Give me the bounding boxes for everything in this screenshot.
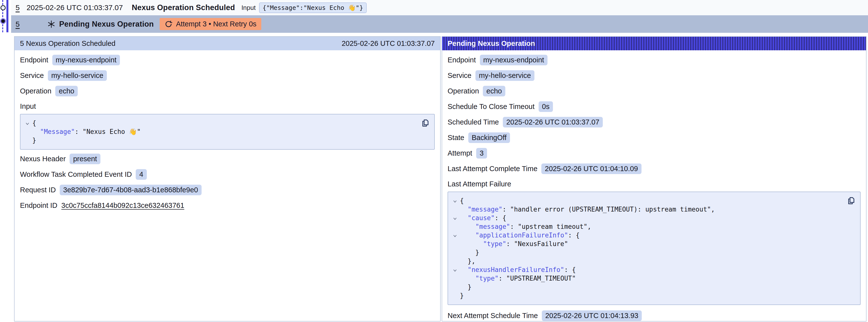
code-gutter	[450, 274, 460, 283]
event-title: Nexus Operation Scheduled	[132, 3, 235, 12]
code-line-text: "message": "upstream timeout",	[460, 222, 591, 231]
field-endpoint: Endpoint my-nexus-endpoint	[447, 52, 861, 68]
collapse-chevron-icon[interactable]	[452, 216, 458, 221]
timeout-badge: 0s	[538, 101, 553, 112]
field-endpoint: Endpoint my-nexus-endpoint	[20, 52, 435, 68]
collapse-chevron-icon[interactable]	[25, 121, 30, 127]
pending-id-link[interactable]: 5	[16, 20, 20, 28]
failure-code-block: { "message": "handler error (UPSTREAM_TI…	[447, 192, 861, 305]
field-state: State BackingOff	[447, 130, 861, 146]
code-line-text: }	[32, 136, 36, 145]
code-gutter	[450, 240, 460, 248]
event-timestamp: 2025-02-26 UTC 01:03:37.07	[27, 3, 123, 12]
code-gutter	[450, 196, 460, 205]
field-next-attempt-schedule-time: Next Attempt Schedule Time 2025-02-26 UT…	[447, 308, 861, 322]
code-gutter	[23, 127, 32, 136]
code-gutter	[450, 205, 460, 214]
last-attempt-complete-badge: 2025-02-26 UTC 01:04:10.09	[541, 163, 641, 174]
collapse-chevron-icon[interactable]	[452, 268, 458, 273]
scheduled-panel-header: 5 Nexus Operation Scheduled 2025-02-26 U…	[14, 37, 440, 50]
field-nexus-header: Nexus Header present	[20, 151, 435, 167]
code-gutter	[450, 231, 460, 240]
collapse-chevron-icon[interactable]	[452, 199, 458, 204]
next-attempt-badge: 2025-02-26 UTC 01:04:13.93	[542, 311, 642, 321]
code-line-text: "Message": "Nexus Echo 👋"	[32, 127, 141, 136]
endpoint-badge: my-nexus-endpoint	[480, 55, 548, 65]
collapse-chevron-icon[interactable]	[452, 233, 458, 239]
retry-badge: Attempt 3 • Next Retry 0s	[160, 18, 261, 30]
retry-badge-text: Attempt 3 • Next Retry 0s	[176, 20, 256, 28]
input-payload-chip: {"Message":"Nexus Echo 👋"}	[259, 2, 366, 13]
input-label: Input	[241, 4, 256, 11]
code-gutter	[450, 257, 460, 265]
code-line-text: }	[460, 291, 464, 300]
event-history-view: 5 2025-02-26 UTC 01:03:37.07 Nexus Opera…	[0, 0, 868, 322]
field-endpoint-id: Endpoint ID 3c0c75ccfa8144b092c13ce63246…	[20, 198, 435, 213]
code-line-text: "cause": {	[460, 214, 506, 222]
scheduled-time-badge: 2025-02-26 UTC 01:03:37.07	[503, 117, 603, 127]
code-gutter	[450, 248, 460, 257]
wft-event-id-badge: 4	[136, 169, 147, 180]
pending-panel-title: Pending Nexus Operation	[447, 39, 535, 47]
copy-icon[interactable]	[846, 196, 856, 205]
timeline-active-bar	[6, 0, 8, 32]
pending-title: Pending Nexus Operation	[59, 20, 154, 29]
code-gutter	[450, 291, 460, 300]
code-line-text: {	[460, 196, 464, 205]
code-line-text: }	[460, 283, 471, 291]
operation-badge: echo	[55, 86, 78, 96]
field-service: Service my-hello-service	[447, 68, 861, 83]
code-line-text: },	[460, 257, 475, 265]
endpoint-badge: my-nexus-endpoint	[52, 55, 120, 65]
operation-badge: echo	[483, 86, 505, 96]
field-request-id: Request ID 3e829b7e-7d67-4b08-aad3-b1e86…	[20, 182, 435, 198]
pending-panel-header: Pending Nexus Operation	[442, 37, 866, 50]
nexus-header-badge: present	[69, 154, 100, 164]
input-section-label: Input	[20, 102, 435, 110]
field-attempt: Attempt 3	[447, 146, 861, 161]
code-line-text: }	[460, 248, 479, 257]
code-gutter	[23, 119, 32, 127]
field-wft-completed-event-id: Workflow Task Completed Event ID 4	[20, 167, 435, 182]
timeline-node-selected[interactable]	[0, 18, 6, 24]
event-row-scheduled[interactable]: 5 2025-02-26 UTC 01:03:37.07 Nexus Opera…	[11, 0, 868, 15]
code-line-text: {	[32, 119, 36, 127]
code-gutter	[450, 265, 460, 274]
copy-icon[interactable]	[421, 118, 430, 128]
service-badge: my-hello-service	[48, 70, 107, 81]
field-operation: Operation echo	[447, 83, 861, 99]
code-line-text: "type": "NexusFailure"	[460, 240, 568, 248]
code-line-text: "nexusHandlerFailureInfo": {	[460, 265, 576, 274]
event-id-link[interactable]: 5	[16, 3, 20, 12]
asterisk-icon	[47, 20, 56, 29]
field-last-attempt-complete-time: Last Attempt Complete Time 2025-02-26 UT…	[447, 161, 861, 176]
scheduled-panel-timestamp: 2025-02-26 UTC 01:03:37.07	[342, 39, 435, 47]
request-id-badge: 3e829b7e-7d67-4b08-aad3-b1e868bfe9e0	[60, 185, 202, 195]
scheduled-event-panel: 5 Nexus Operation Scheduled 2025-02-26 U…	[14, 36, 441, 322]
scheduled-panel-title: 5 Nexus Operation Scheduled	[20, 39, 116, 47]
attempt-badge: 3	[476, 148, 487, 159]
retry-icon	[164, 20, 173, 28]
endpoint-id-link[interactable]: 3c0c75ccfa8144b092c13ce632463761	[61, 201, 184, 210]
code-gutter	[23, 136, 32, 145]
code-line-text: "type": "UPSTREAM_TIMEOUT"	[460, 274, 576, 283]
failure-section-label: Last Attempt Failure	[447, 180, 861, 188]
field-operation: Operation echo	[20, 83, 435, 99]
service-badge: my-hello-service	[475, 70, 534, 81]
timeline-node-open[interactable]	[0, 5, 6, 10]
state-badge: BackingOff	[468, 132, 510, 143]
field-service: Service my-hello-service	[20, 68, 435, 83]
pending-operation-panel: Pending Nexus Operation Endpoint my-nexu…	[442, 36, 867, 322]
code-gutter	[450, 214, 460, 222]
field-schedule-to-close-timeout: Schedule To Close Timeout 0s	[447, 99, 861, 115]
code-gutter	[450, 222, 460, 231]
timeline-dashed-line	[2, 0, 3, 32]
event-row-pending[interactable]: 5 Pending Nexus Operation Attempt 3 • Ne…	[11, 15, 868, 33]
field-scheduled-time: Scheduled Time 2025-02-26 UTC 01:03:37.0…	[447, 115, 861, 130]
input-code-block: { "Message": "Nexus Echo 👋"}	[20, 114, 435, 150]
code-line-text: "message": "handler error (UPSTREAM_TIME…	[460, 205, 715, 214]
code-line-text: "applicationFailureInfo": {	[460, 231, 580, 240]
code-gutter	[450, 283, 460, 291]
